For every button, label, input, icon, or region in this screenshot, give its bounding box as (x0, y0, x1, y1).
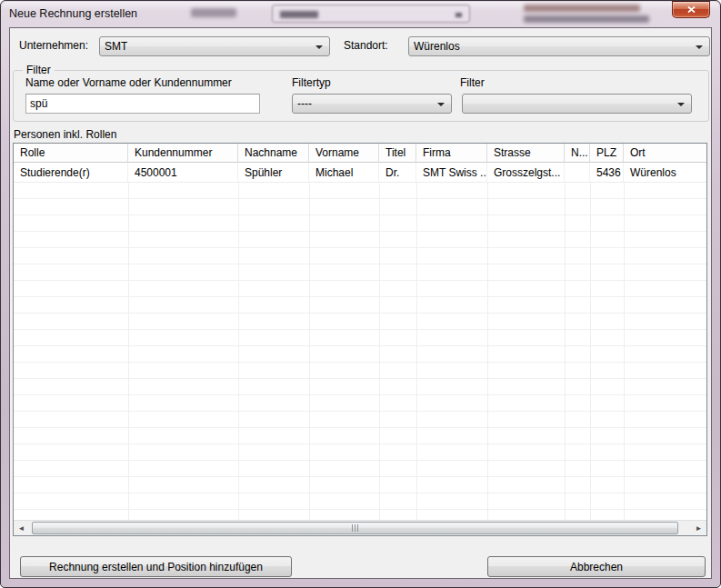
window-title: Neue Rechnung erstellen (9, 7, 137, 20)
standort-value: Würenlos (414, 40, 460, 53)
filtertyp-label: Filtertyp (292, 76, 331, 89)
background-window-ghost-arrow (456, 13, 462, 17)
close-icon (686, 5, 696, 14)
scrollbar-thumb[interactable] (32, 522, 678, 534)
scroll-left-icon[interactable]: ◄ (14, 521, 29, 535)
filter-combobox[interactable] (462, 94, 692, 114)
column-header-titel[interactable]: Titel (379, 144, 416, 163)
unternehmen-value: SMT (105, 40, 127, 53)
scrollbar-grip-icon (352, 524, 359, 532)
background-window-ghost-combobox (272, 5, 470, 23)
cell-rolle: Studierende(r) (14, 163, 128, 183)
standort-combobox[interactable]: Würenlos (408, 36, 710, 56)
column-header-nachname[interactable]: Nachname (238, 144, 309, 163)
cell-firma: SMT Swiss ... (416, 163, 487, 183)
dialog-window: Neue Rechnung erstellen Unternehmen: SMT… (0, 0, 721, 588)
column-header-n[interactable]: N... (565, 144, 590, 163)
scroll-right-icon[interactable]: ► (691, 521, 706, 535)
standort-label: Standort: (344, 39, 388, 52)
dialog-content: Unternehmen: SMT Standort: Würenlos Filt… (9, 27, 712, 579)
chevron-down-icon (677, 103, 685, 106)
chevron-down-icon (437, 103, 445, 106)
cell-ort: Würenlos (624, 163, 706, 183)
cell-nachname: Spühler (238, 163, 309, 183)
create-invoice-button[interactable]: Rechnung erstellen und Position hinzufüg… (20, 556, 292, 577)
cell-titel: Dr. (379, 163, 416, 183)
background-window-ghost-label (191, 8, 236, 17)
close-button[interactable] (672, 1, 710, 18)
filter-label: Filter (460, 76, 485, 89)
name-filter-label: Name oder Vorname oder Kundennummer (25, 76, 232, 89)
table-empty-grid (14, 183, 706, 520)
table-header-row: Rolle Kundennummer Nachname Vorname Tite… (14, 144, 706, 163)
filter-group-title: Filter (23, 64, 55, 76)
filtertyp-combobox[interactable]: ---- (292, 94, 452, 114)
chevron-down-icon (696, 45, 703, 49)
background-window-ghost-line (524, 5, 640, 12)
persons-table: Rolle Kundennummer Nachname Vorname Tite… (13, 143, 707, 536)
cell-plz: 5436 (590, 163, 624, 183)
column-header-vorname[interactable]: Vorname (309, 144, 379, 163)
background-window-ghost-line (524, 15, 649, 23)
column-header-kundennummer[interactable]: Kundennummer (128, 144, 238, 163)
unternehmen-label: Unternehmen: (19, 39, 88, 52)
filtertyp-value: ---- (297, 97, 312, 110)
name-filter-input[interactable] (25, 94, 260, 114)
column-header-rolle[interactable]: Rolle (14, 144, 128, 163)
cell-strasse: Grosszelgst... (487, 163, 565, 183)
titlebar[interactable]: Neue Rechnung erstellen (1, 1, 720, 27)
column-header-ort[interactable]: Ort (624, 144, 706, 163)
column-header-strasse[interactable]: Strasse (487, 144, 565, 163)
cancel-button[interactable]: Abbrechen (487, 556, 706, 577)
horizontal-scrollbar[interactable]: ◄ ► (14, 520, 706, 535)
cell-kundennummer: 4500001 (128, 163, 238, 183)
cell-vorname: Michael (309, 163, 379, 183)
cell-n (565, 163, 590, 183)
background-window-ghost-text (280, 11, 318, 18)
column-header-firma[interactable]: Firma (416, 144, 487, 163)
chevron-down-icon (315, 45, 323, 49)
column-header-plz[interactable]: PLZ (590, 144, 624, 163)
unternehmen-combobox[interactable]: SMT (99, 36, 330, 56)
persons-caption: Personen inkl. Rollen (14, 128, 116, 141)
table-row[interactable]: Studierende(r) 4500001 Spühler Michael D… (14, 163, 706, 183)
